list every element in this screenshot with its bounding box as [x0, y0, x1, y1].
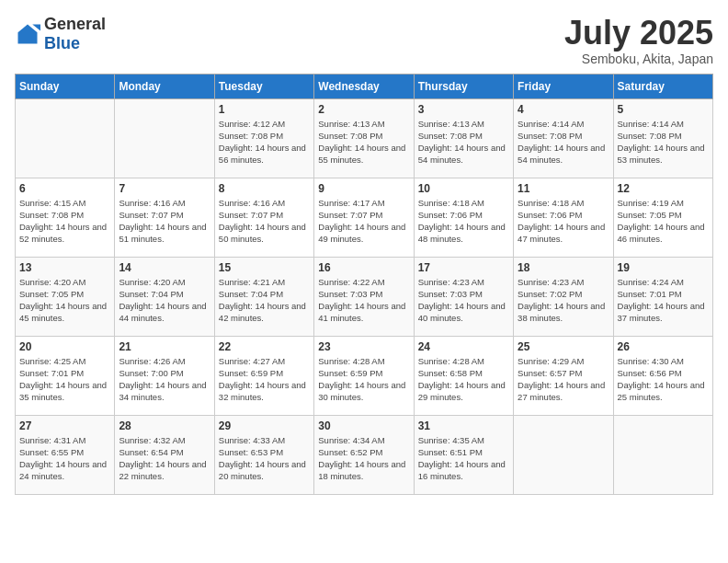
cell-info: Sunrise: 4:12 AM Sunset: 7:08 PM Dayligh…	[219, 118, 310, 167]
calendar-body: 1Sunrise: 4:12 AM Sunset: 7:08 PM Daylig…	[16, 98, 713, 494]
week-row-3: 13Sunrise: 4:20 AM Sunset: 7:05 PM Dayli…	[16, 257, 713, 336]
cell-info: Sunrise: 4:35 AM Sunset: 6:51 PM Dayligh…	[418, 434, 509, 483]
day-number: 11	[518, 182, 609, 195]
calendar-cell: 11Sunrise: 4:18 AM Sunset: 7:06 PM Dayli…	[514, 178, 613, 257]
calendar-cell: 5Sunrise: 4:14 AM Sunset: 7:08 PM Daylig…	[613, 98, 712, 178]
calendar-header-row: SundayMondayTuesdayWednesdayThursdayFrid…	[16, 74, 713, 98]
cell-info: Sunrise: 4:18 AM Sunset: 7:06 PM Dayligh…	[418, 197, 509, 246]
logo-general-text: General	[44, 15, 106, 33]
day-header-monday: Monday	[115, 74, 214, 98]
cell-info: Sunrise: 4:13 AM Sunset: 7:08 PM Dayligh…	[418, 118, 509, 167]
calendar-cell: 25Sunrise: 4:29 AM Sunset: 6:57 PM Dayli…	[514, 336, 613, 415]
day-number: 20	[19, 340, 110, 353]
calendar-cell	[613, 415, 712, 494]
day-number: 29	[219, 419, 310, 432]
calendar-cell: 29Sunrise: 4:33 AM Sunset: 6:53 PM Dayli…	[214, 415, 313, 494]
location-text: Semboku, Akita, Japan	[564, 52, 713, 66]
day-header-friday: Friday	[514, 74, 613, 98]
svg-marker-0	[18, 25, 38, 44]
week-row-5: 27Sunrise: 4:31 AM Sunset: 6:55 PM Dayli…	[16, 415, 713, 494]
calendar-cell: 3Sunrise: 4:13 AM Sunset: 7:08 PM Daylig…	[414, 98, 513, 178]
cell-info: Sunrise: 4:22 AM Sunset: 7:03 PM Dayligh…	[318, 276, 409, 325]
calendar-cell: 14Sunrise: 4:20 AM Sunset: 7:04 PM Dayli…	[115, 257, 214, 336]
calendar-cell: 19Sunrise: 4:24 AM Sunset: 7:01 PM Dayli…	[613, 257, 712, 336]
cell-info: Sunrise: 4:23 AM Sunset: 7:02 PM Dayligh…	[518, 276, 609, 325]
cell-info: Sunrise: 4:32 AM Sunset: 6:54 PM Dayligh…	[119, 434, 210, 483]
calendar-cell: 27Sunrise: 4:31 AM Sunset: 6:55 PM Dayli…	[16, 415, 115, 494]
day-header-saturday: Saturday	[613, 74, 712, 98]
cell-info: Sunrise: 4:26 AM Sunset: 7:00 PM Dayligh…	[119, 355, 210, 404]
week-row-4: 20Sunrise: 4:25 AM Sunset: 7:01 PM Dayli…	[16, 336, 713, 415]
calendar-cell	[115, 98, 214, 178]
cell-info: Sunrise: 4:24 AM Sunset: 7:01 PM Dayligh…	[618, 276, 709, 325]
day-number: 24	[418, 340, 509, 353]
day-number: 10	[418, 182, 509, 195]
day-number: 22	[219, 340, 310, 353]
day-number: 17	[418, 261, 509, 274]
cell-info: Sunrise: 4:14 AM Sunset: 7:08 PM Dayligh…	[618, 118, 709, 167]
calendar-cell: 22Sunrise: 4:27 AM Sunset: 6:59 PM Dayli…	[214, 336, 313, 415]
day-header-sunday: Sunday	[16, 74, 115, 98]
calendar-cell: 30Sunrise: 4:34 AM Sunset: 6:52 PM Dayli…	[314, 415, 414, 494]
calendar-cell: 28Sunrise: 4:32 AM Sunset: 6:54 PM Dayli…	[115, 415, 214, 494]
day-number: 2	[318, 103, 409, 116]
cell-info: Sunrise: 4:14 AM Sunset: 7:08 PM Dayligh…	[518, 118, 609, 167]
day-number: 5	[618, 103, 709, 116]
day-number: 23	[318, 340, 409, 353]
day-number: 6	[19, 182, 110, 195]
week-row-2: 6Sunrise: 4:15 AM Sunset: 7:08 PM Daylig…	[16, 178, 713, 257]
logo-blue-text: Blue	[44, 34, 80, 52]
day-number: 1	[219, 103, 310, 116]
day-number: 14	[119, 261, 210, 274]
day-header-wednesday: Wednesday	[314, 74, 414, 98]
calendar-cell: 21Sunrise: 4:26 AM Sunset: 7:00 PM Dayli…	[115, 336, 214, 415]
day-number: 9	[318, 182, 409, 195]
cell-info: Sunrise: 4:17 AM Sunset: 7:07 PM Dayligh…	[318, 197, 409, 246]
cell-info: Sunrise: 4:28 AM Sunset: 6:58 PM Dayligh…	[418, 355, 509, 404]
cell-info: Sunrise: 4:33 AM Sunset: 6:53 PM Dayligh…	[219, 434, 310, 483]
cell-info: Sunrise: 4:27 AM Sunset: 6:59 PM Dayligh…	[219, 355, 310, 404]
calendar-cell: 26Sunrise: 4:30 AM Sunset: 6:56 PM Dayli…	[613, 336, 712, 415]
page-header: General Blue July 2025 Semboku, Akita, J…	[15, 15, 713, 66]
day-number: 30	[318, 419, 409, 432]
title-area: July 2025 Semboku, Akita, Japan	[564, 15, 713, 66]
cell-info: Sunrise: 4:20 AM Sunset: 7:05 PM Dayligh…	[19, 276, 110, 325]
calendar-cell: 17Sunrise: 4:23 AM Sunset: 7:03 PM Dayli…	[414, 257, 513, 336]
cell-info: Sunrise: 4:34 AM Sunset: 6:52 PM Dayligh…	[318, 434, 409, 483]
day-number: 25	[518, 340, 609, 353]
day-number: 18	[518, 261, 609, 274]
cell-info: Sunrise: 4:28 AM Sunset: 6:59 PM Dayligh…	[318, 355, 409, 404]
day-number: 31	[418, 419, 509, 432]
day-number: 8	[219, 182, 310, 195]
day-number: 27	[19, 419, 110, 432]
cell-info: Sunrise: 4:23 AM Sunset: 7:03 PM Dayligh…	[418, 276, 509, 325]
day-number: 19	[618, 261, 709, 274]
month-title: July 2025	[564, 15, 713, 52]
day-number: 15	[219, 261, 310, 274]
day-number: 3	[418, 103, 509, 116]
calendar-cell: 10Sunrise: 4:18 AM Sunset: 7:06 PM Dayli…	[414, 178, 513, 257]
week-row-1: 1Sunrise: 4:12 AM Sunset: 7:08 PM Daylig…	[16, 98, 713, 178]
cell-info: Sunrise: 4:15 AM Sunset: 7:08 PM Dayligh…	[19, 197, 110, 246]
cell-info: Sunrise: 4:18 AM Sunset: 7:06 PM Dayligh…	[518, 197, 609, 246]
calendar-cell: 16Sunrise: 4:22 AM Sunset: 7:03 PM Dayli…	[314, 257, 414, 336]
day-header-tuesday: Tuesday	[214, 74, 313, 98]
cell-info: Sunrise: 4:30 AM Sunset: 6:56 PM Dayligh…	[618, 355, 709, 404]
cell-info: Sunrise: 4:16 AM Sunset: 7:07 PM Dayligh…	[119, 197, 210, 246]
calendar-cell	[16, 98, 115, 178]
day-number: 16	[318, 261, 409, 274]
calendar-cell: 6Sunrise: 4:15 AM Sunset: 7:08 PM Daylig…	[16, 178, 115, 257]
calendar-cell: 23Sunrise: 4:28 AM Sunset: 6:59 PM Dayli…	[314, 336, 414, 415]
calendar-cell: 31Sunrise: 4:35 AM Sunset: 6:51 PM Dayli…	[414, 415, 513, 494]
calendar-cell: 15Sunrise: 4:21 AM Sunset: 7:04 PM Dayli…	[214, 257, 313, 336]
calendar-cell: 13Sunrise: 4:20 AM Sunset: 7:05 PM Dayli…	[16, 257, 115, 336]
day-number: 26	[618, 340, 709, 353]
logo: General Blue	[15, 15, 106, 53]
cell-info: Sunrise: 4:13 AM Sunset: 7:08 PM Dayligh…	[318, 118, 409, 167]
calendar-cell: 9Sunrise: 4:17 AM Sunset: 7:07 PM Daylig…	[314, 178, 414, 257]
logo-icon	[15, 21, 40, 47]
day-header-thursday: Thursday	[414, 74, 513, 98]
cell-info: Sunrise: 4:20 AM Sunset: 7:04 PM Dayligh…	[119, 276, 210, 325]
cell-info: Sunrise: 4:25 AM Sunset: 7:01 PM Dayligh…	[19, 355, 110, 404]
day-number: 21	[119, 340, 210, 353]
